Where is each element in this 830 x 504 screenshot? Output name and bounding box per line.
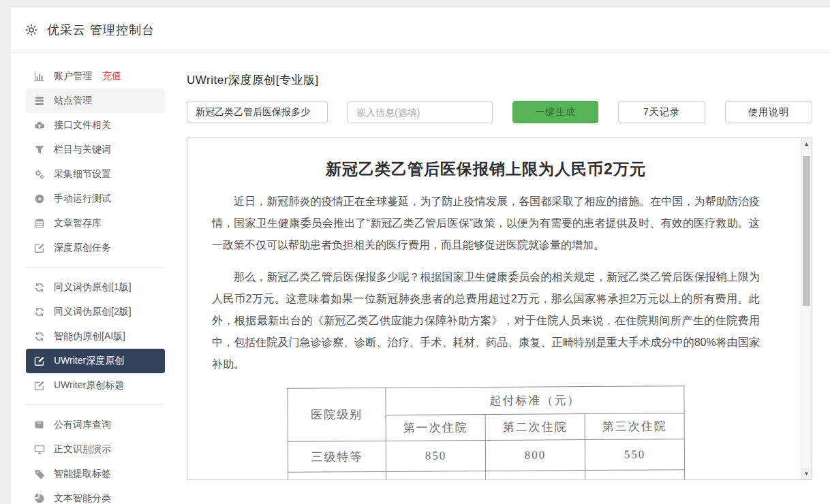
article-paragraph: 那么，新冠乙类乙管后医保报多少呢？根据国家卫生健康委员会的相关规定，新冠乙类乙管… <box>212 266 760 375</box>
app-header: 优采云 管理控制台 <box>11 7 830 52</box>
sidebar-item[interactable]: 同义词伪原创[2版] <box>26 300 165 324</box>
sidebar-item[interactable]: 账户管理充值 <box>26 64 165 89</box>
sidebar-item[interactable]: 文章暂存库 <box>26 211 165 236</box>
sidebar-item-label: 同义词伪原创[1版] <box>54 281 132 294</box>
sidebar-item-label: 同义词伪原创[2版] <box>54 306 132 318</box>
edit-icon <box>34 356 45 366</box>
book-icon <box>34 420 45 430</box>
sidebar-divider <box>26 405 164 405</box>
table-corner-header: 医院级别 <box>287 388 385 441</box>
play-circle-icon <box>34 193 45 204</box>
funnel-icon <box>34 144 45 155</box>
fee-table: 医院级别起付标准（元）第一次住院第二次住院第三次住院三级特等850800550三… <box>287 385 685 479</box>
article-title: 新冠乙类乙管后医保报销上限为人民币2万元 <box>212 159 760 180</box>
app-title: 优采云 管理控制台 <box>47 22 155 38</box>
sidebar-item-label: UWriter深度原创 <box>54 355 124 367</box>
sidebar-item[interactable]: 手动运行测试 <box>26 187 165 211</box>
article-preview: 新冠乙类乙管后医保报销上限为人民币2万元 近日，新冠肺炎的疫情正在全球蔓延，为了… <box>187 138 812 480</box>
fee-value-cell: 850 <box>386 441 485 472</box>
sidebar-item[interactable]: 同义词伪原创[1版] <box>26 275 165 300</box>
sidebar-item-label: 账户管理 <box>54 70 92 82</box>
fee-value-cell: 350 <box>585 470 684 479</box>
sidebar-item[interactable]: 站点管理 <box>26 89 165 113</box>
sidebar-item[interactable]: 接口文件相关 <box>26 113 165 138</box>
refresh-icon <box>34 282 45 293</box>
scrollbar-thumb[interactable] <box>803 156 810 306</box>
refresh-icon <box>34 331 45 342</box>
page-title: UWriter深度原创[专业版] <box>187 72 812 88</box>
help-button[interactable]: 使用说明 <box>725 101 812 123</box>
sidebar-item-label: 智能伪原创[AI版] <box>54 330 125 343</box>
keyword-input[interactable] <box>187 101 328 123</box>
fee-value-cell: 800 <box>485 440 585 471</box>
sidebar-item-label: 站点管理 <box>54 95 92 107</box>
sidebar-item-label: UWriter原创标题 <box>54 379 124 392</box>
server-icon <box>34 95 45 106</box>
embed-info-input[interactable] <box>348 101 493 123</box>
recharge-badge[interactable]: 充值 <box>102 70 121 82</box>
table-sub-header: 第二次住院 <box>485 414 585 441</box>
scroll-down-icon[interactable]: ▼ <box>801 468 812 479</box>
app-window: 优采云 管理控制台 账户管理充值站点管理接口文件相关栏目与关键词采集细节设置手动… <box>11 7 830 504</box>
sidebar-item[interactable]: 公有词库查询 <box>26 413 165 437</box>
table-group-header: 起付标准（元） <box>385 386 683 415</box>
sidebar-item-label: 手动运行测试 <box>54 193 111 205</box>
generate-button[interactable]: 一键生成 <box>512 101 598 123</box>
fee-value-cell: 650 <box>386 471 485 479</box>
sidebar-item-label: 智能提取标签 <box>54 468 111 480</box>
fee-value-cell: 550 <box>585 439 684 471</box>
sidebar-item[interactable]: 文本智能分类 <box>26 486 165 504</box>
table-row: 三级650550350 <box>288 470 684 479</box>
toolbar: 一键生成 7天记录 使用说明 <box>187 101 812 123</box>
sidebar-item-label: 深度原创任务 <box>54 242 111 254</box>
bar-chart-icon <box>34 71 45 82</box>
sidebar-item-label: 文本智能分类 <box>54 492 111 504</box>
sidebar-item-label: 正文识别演示 <box>54 443 111 456</box>
tag-icon <box>34 469 45 479</box>
fee-value-cell: 550 <box>485 471 585 479</box>
edit-icon <box>34 380 45 391</box>
table-row: 三级特等850800550 <box>288 439 684 473</box>
monitor-icon <box>34 444 45 455</box>
sidebar-item[interactable]: 采集细节设置 <box>26 162 165 187</box>
history-button[interactable]: 7天记录 <box>618 101 705 123</box>
gear-icon[interactable] <box>25 23 38 37</box>
refresh-icon <box>34 306 45 317</box>
hospital-level-cell: 三级 <box>288 471 386 479</box>
sidebar-item-label: 文章暂存库 <box>54 217 102 230</box>
sidebar-item-label: 接口文件相关 <box>54 119 111 131</box>
article-scrollbar[interactable]: ▲ ▼ <box>801 138 812 479</box>
sidebar-item[interactable]: UWriter深度原创 <box>26 349 165 373</box>
sidebar-item-label: 公有词库查询 <box>54 419 111 431</box>
database-icon <box>34 218 45 229</box>
sidebar-item[interactable]: 深度原创任务 <box>26 236 165 260</box>
hospital-level-cell: 三级特等 <box>288 441 386 472</box>
gears-icon <box>34 169 45 180</box>
sidebar-item-label: 栏目与关键词 <box>54 144 111 156</box>
scroll-up-icon[interactable]: ▲ <box>801 138 812 150</box>
sidebar-item-label: 采集细节设置 <box>54 168 111 180</box>
main-content: UWriter深度原创[专业版] 一键生成 7天记录 使用说明 新冠乙类乙管后医… <box>174 52 830 503</box>
article-paragraph: 近日，新冠肺炎的疫情正在全球蔓延，为了防止疫情发展，各国都采取了相应的措施。在中… <box>212 191 760 256</box>
table-sub-header: 第一次住院 <box>386 415 485 441</box>
sidebar-item[interactable]: 栏目与关键词 <box>26 138 165 162</box>
pie-chart-icon <box>34 493 45 504</box>
edit-icon <box>34 242 45 253</box>
article-content: 新冠乙类乙管后医保报销上限为人民币2万元 近日，新冠肺炎的疫情正在全球蔓延，为了… <box>187 138 812 479</box>
sidebar-item[interactable]: 正文识别演示 <box>26 437 165 462</box>
sidebar-item[interactable]: 智能提取标签 <box>26 462 165 486</box>
sidebar: 账户管理充值站点管理接口文件相关栏目与关键词采集细节设置手动运行测试文章暂存库深… <box>11 52 174 503</box>
table-sub-header: 第三次住院 <box>585 413 684 440</box>
sidebar-item[interactable]: 智能伪原创[AI版] <box>26 324 165 349</box>
sidebar-item[interactable]: UWriter原创标题 <box>26 373 165 398</box>
sidebar-divider <box>26 267 164 268</box>
cloud-upload-icon <box>34 120 45 131</box>
